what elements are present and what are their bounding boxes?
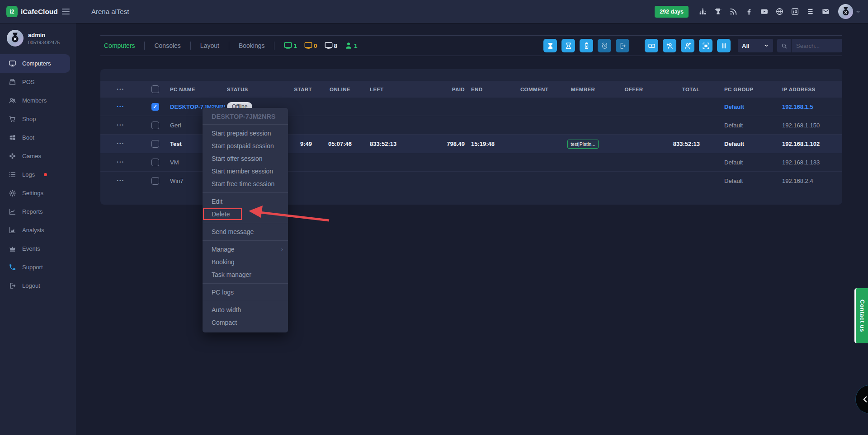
- ip-address-link[interactable]: 192.168.1.133: [782, 159, 820, 166]
- row-checkbox[interactable]: [151, 159, 159, 166]
- sidebar-item-settings[interactable]: Settings: [0, 184, 70, 202]
- crown-icon: [9, 245, 16, 253]
- context-menu-item-auto-width[interactable]: Auto width: [203, 304, 288, 316]
- subscription-days-badge[interactable]: 292 days: [655, 6, 689, 18]
- rss-icon[interactable]: [729, 7, 738, 16]
- row-actions-cell: •••: [100, 121, 141, 129]
- user-avatar[interactable]: [838, 4, 853, 19]
- ip-address-link[interactable]: 192.168.1.150: [782, 122, 820, 129]
- pc-group-link[interactable]: Default: [724, 122, 743, 129]
- context-menu-item-booking[interactable]: Booking: [203, 256, 288, 268]
- pc-group-link[interactable]: Default: [724, 140, 744, 147]
- context-menu-item-label: Task manager: [212, 271, 251, 278]
- tab-consoles[interactable]: Consoles: [145, 42, 190, 50]
- context-menu-item-compact[interactable]: Compact: [203, 316, 288, 329]
- pages-icon[interactable]: [806, 7, 815, 16]
- row-actions-button[interactable]: •••: [115, 177, 127, 185]
- youtube-icon[interactable]: [760, 7, 769, 16]
- start-prepaid-session-button[interactable]: [543, 39, 557, 52]
- icafe-icon[interactable]: [791, 7, 799, 16]
- row-actions-button[interactable]: •••: [115, 158, 127, 166]
- payment-button[interactable]: [645, 39, 658, 52]
- column-header-left: LEFT: [367, 87, 426, 92]
- globe-icon[interactable]: [775, 7, 784, 16]
- sidebar-item-pos[interactable]: POS: [0, 73, 70, 91]
- sidebar-item-reports[interactable]: Reports: [0, 202, 70, 221]
- context-menu-item-edit[interactable]: Edit: [203, 195, 288, 208]
- search-input[interactable]: [792, 39, 842, 52]
- context-menu-item-start-offer-session[interactable]: Start offer session: [203, 152, 288, 165]
- context-menu-item-task-manager[interactable]: Task manager: [203, 268, 288, 281]
- pc-name-link[interactable]: Geri: [170, 122, 181, 129]
- row-checkbox[interactable]: [151, 103, 159, 111]
- tab-computers[interactable]: Computers: [100, 42, 145, 50]
- sidebar-item-logout[interactable]: Logout: [0, 276, 70, 295]
- sidebar-item-games[interactable]: Games: [0, 147, 70, 165]
- chart-line-icon: [9, 208, 16, 215]
- alarm-icon: [601, 42, 609, 50]
- row-actions-button[interactable]: •••: [115, 140, 127, 148]
- row-checkbox[interactable]: [151, 122, 159, 129]
- chat-widget-button[interactable]: [855, 385, 868, 414]
- pc-name-link[interactable]: VM: [170, 159, 179, 166]
- facebook-icon[interactable]: [745, 7, 753, 16]
- pause-button[interactable]: [717, 39, 731, 52]
- row-actions-button[interactable]: •••: [115, 121, 127, 129]
- sidebar-item-shop[interactable]: Shop: [0, 110, 70, 128]
- context-menu-item-start-prepaid-session[interactable]: Start prepaid session: [203, 127, 288, 140]
- sidebar-item-logs[interactable]: Logs: [0, 165, 70, 184]
- start-postpaid-session-button[interactable]: [561, 39, 575, 52]
- sidebar-item-boot[interactable]: Boot: [0, 128, 70, 147]
- sidebar-item-support[interactable]: Support: [0, 258, 70, 276]
- pc-name-link[interactable]: Test: [170, 140, 182, 147]
- row-checkbox[interactable]: [151, 140, 159, 148]
- row-checkbox[interactable]: [151, 177, 159, 185]
- sidebar-item-computers[interactable]: Computers: [0, 54, 70, 73]
- header-actions: •••: [100, 87, 141, 92]
- contact-us-tab[interactable]: Contact us: [854, 288, 868, 343]
- menu-toggle-button[interactable]: [61, 8, 71, 15]
- search-icon[interactable]: [777, 39, 791, 52]
- ip-address-link[interactable]: 192.168.1.5: [782, 103, 813, 110]
- screenshot-button[interactable]: [699, 39, 712, 52]
- pc-group-link[interactable]: Default: [724, 178, 743, 184]
- pc-group-link[interactable]: Default: [724, 159, 743, 166]
- user-avatar[interactable]: [7, 30, 24, 47]
- sidebar-item-members[interactable]: Members: [0, 91, 70, 110]
- context-menu-item-start-free-time-session[interactable]: Start free time session: [203, 178, 288, 190]
- sidebar-item-analysis[interactable]: Analysis: [0, 221, 70, 239]
- context-menu-item-delete[interactable]: Delete: [203, 208, 288, 220]
- context-menu-section: PC logs: [203, 283, 288, 301]
- members-icon: [9, 97, 16, 104]
- chevron-down-icon[interactable]: [855, 9, 861, 14]
- pc-group-link[interactable]: Default: [724, 103, 744, 110]
- context-menu-item-start-member-session[interactable]: Start member session: [203, 165, 288, 178]
- context-menu-item-start-postpaid-session[interactable]: Start postpaid session: [203, 140, 288, 152]
- context-menu-item-send-message[interactable]: Send message: [203, 225, 288, 238]
- row-actions-cell: •••: [100, 140, 141, 148]
- ip-address-link[interactable]: 192.168.1.102: [782, 140, 820, 147]
- timed-session-button[interactable]: [598, 39, 611, 52]
- pc-filter-select[interactable]: All: [738, 39, 773, 52]
- add-member-button[interactable]: [663, 39, 676, 52]
- assign-member-button[interactable]: [681, 39, 694, 52]
- context-menu-item-manage[interactable]: Manage›: [203, 243, 288, 256]
- start-offer-session-button[interactable]: [580, 39, 593, 52]
- tab-layout[interactable]: Layout: [191, 42, 229, 50]
- ip-address-link[interactable]: 192.168.2.4: [782, 178, 813, 184]
- mail-icon[interactable]: [821, 7, 830, 16]
- ip-address-cell: 192.168.1.102: [769, 140, 842, 147]
- pc-count-indicator: 1: [283, 41, 297, 50]
- app-logo[interactable]: i2 iCafeCloud: [6, 6, 58, 17]
- pc-name-link[interactable]: Win7: [170, 178, 184, 184]
- context-menu-section: Auto widthCompact: [203, 301, 288, 331]
- tab-bookings[interactable]: Bookings: [229, 42, 275, 50]
- ranking-icon[interactable]: [698, 7, 707, 16]
- trophy-icon[interactable]: [714, 7, 722, 16]
- context-menu-item-pc-logs[interactable]: PC logs: [203, 286, 288, 299]
- end-cell: 15:19:48: [467, 140, 512, 147]
- check-out-button[interactable]: [616, 39, 629, 52]
- row-actions-button[interactable]: •••: [115, 103, 127, 111]
- select-all-checkbox[interactable]: [151, 85, 159, 93]
- sidebar-item-events[interactable]: Events: [0, 239, 70, 258]
